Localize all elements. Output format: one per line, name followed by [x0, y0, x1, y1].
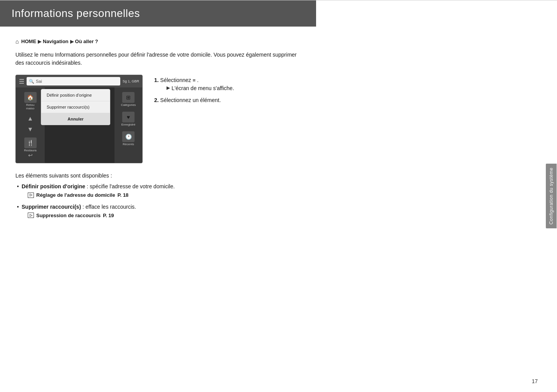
intro-text: Utilisez le menu Informations personnell… [15, 51, 301, 67]
nav-categories-label: Catégories [121, 104, 136, 107]
nav-back-icon: ↩ [28, 152, 33, 158]
ref-label-1: Réglage de l'adresse du domicile [36, 191, 115, 199]
step-1-arrow: ▶ [167, 84, 170, 91]
nav-restaurant-icon: 🍴 [24, 137, 37, 148]
step-1: 1. Sélectionnez ≡ . ▶ L'écran de menu s'… [154, 76, 301, 92]
step-1-number: 1. [154, 77, 159, 83]
nav-dropdown-item-origin: Définir position d'origine [41, 89, 110, 101]
nav-recent-item: 🕐 Récents [114, 130, 142, 148]
nav-home-icon: 🏠 [24, 92, 37, 103]
elements-intro: Les éléments suivants sont disponibles : [15, 173, 301, 179]
home-icon: ⌂ [15, 38, 19, 45]
element-desc-2: : efface les raccourcis. [82, 204, 136, 210]
sidebar-text: Configuration du système [549, 168, 554, 224]
sidebar-tab: Configuration du système [546, 164, 557, 228]
ref-block-2: ▷ Suppression de raccourcis P. 19 [28, 212, 301, 219]
step-1-text: Sélectionnez [160, 77, 193, 83]
page-header: Informations personnelles [0, 0, 316, 27]
ref-label-2: Suppression de raccourcis [36, 212, 101, 219]
ref-icon-1: ▷ [28, 193, 34, 198]
ref-page-2: P. 19 [103, 212, 114, 219]
step-2-text: Sélectionnez un élément. [160, 97, 221, 103]
step-2: 2. Sélectionnez un élément. [154, 96, 301, 104]
nav-top-bar: ☰ 🔍 Sai Sg 1, GBR [16, 75, 142, 87]
nav-search-text: Sai [36, 79, 42, 84]
nav-center-panel: Définir position d'origine Supprimer rac… [45, 87, 114, 163]
element-name-1: Définir position d'origine [22, 183, 85, 189]
step-1-sub: ▶ L'écran de menu s'affiche. [160, 84, 301, 92]
breadcrumb: ⌂ HOME ▶ Navigation ▶ Où aller ? [15, 38, 301, 45]
breadcrumb-arrow-2: ▶ [70, 39, 74, 44]
element-name-2: Supprimer raccourci(s) [22, 204, 81, 210]
breadcrumb-home: HOME [21, 39, 36, 44]
step-2-number: 2. [154, 97, 159, 103]
page-number: 17 [532, 378, 538, 384]
nav-left-panel: 🏠 Retoumaiso ▲ ▼ 🍴 Restaura ↩ [16, 87, 45, 163]
nav-menu-icon: ☰ [19, 78, 24, 85]
breadcrumb-arrow-1: ▶ [38, 39, 41, 44]
menu-icon-inline: ≡ [193, 77, 196, 84]
element-item-2: Supprimer raccourci(s) : efface les racc… [15, 203, 301, 219]
nav-top-right: Sg 1, GBR [123, 79, 139, 84]
nav-arrow-down: ▼ [27, 126, 34, 133]
nav-dropdown-cancel: Annuler [41, 113, 110, 125]
element-item-1: Définir position d'origine : spécifie l'… [15, 183, 301, 199]
step-1-period: . [197, 77, 199, 83]
elements-section: Les éléments suivants sont disponibles :… [15, 173, 301, 219]
nav-restaurant-item: 🍴 Restaura [16, 136, 45, 154]
steps-section: 1. Sélectionnez ≡ . ▶ L'écran de menu s'… [154, 75, 301, 108]
content-area: ☰ 🔍 Sai Sg 1, GBR 🏠 Retoumaiso ▲ ▼ [15, 75, 301, 163]
nav-saved-icon: ♥ [122, 112, 135, 122]
ref-page-1: P. 18 [118, 191, 129, 199]
page-title: Informations personnelles [12, 7, 305, 20]
nav-recent-label: Récents [123, 143, 134, 146]
breadcrumb-nav: Navigation [43, 39, 68, 44]
nav-saved-item: ♥ Enregistré [114, 110, 142, 128]
nav-saved-label: Enregistré [121, 123, 135, 127]
nav-body: 🏠 Retoumaiso ▲ ▼ 🍴 Restaura ↩ Définir po… [16, 87, 142, 163]
nav-search-icon: 🔍 [29, 79, 34, 84]
nav-home-label: Retoumaiso [26, 104, 34, 111]
step-1-sub-text: L'écran de menu s'affiche. [172, 84, 234, 92]
element-desc-1: : spécifie l'adresse de votre domicile. [87, 183, 175, 189]
nav-dropdown: Définir position d'origine Supprimer rac… [41, 89, 110, 125]
nav-categories-item: ⊞ Catégories [114, 90, 142, 109]
ref-icon-2: ▷ [28, 213, 34, 218]
nav-recent-icon: 🕐 [122, 131, 135, 142]
nav-arrow-up: ▲ [27, 115, 34, 122]
sidebar: Configuration du système [545, 0, 557, 392]
nav-right-panel: ⊞ Catégories ♥ Enregistré 🕐 Récents [114, 87, 142, 163]
breadcrumb-destination: Où aller ? [75, 39, 98, 44]
nav-screenshot: ☰ 🔍 Sai Sg 1, GBR 🏠 Retoumaiso ▲ ▼ [15, 75, 143, 163]
main-content: ⌂ HOME ▶ Navigation ▶ Où aller ? Utilise… [0, 27, 316, 235]
ref-block-1: ▷ Réglage de l'adresse du domicile P. 18 [28, 191, 301, 199]
nav-dropdown-item-remove: Supprimer raccourci(s) [41, 101, 110, 113]
nav-home-item: 🏠 Retoumaiso [16, 90, 45, 112]
nav-categories-icon: ⊞ [122, 92, 135, 103]
nav-search-box: 🔍 Sai [27, 77, 120, 85]
